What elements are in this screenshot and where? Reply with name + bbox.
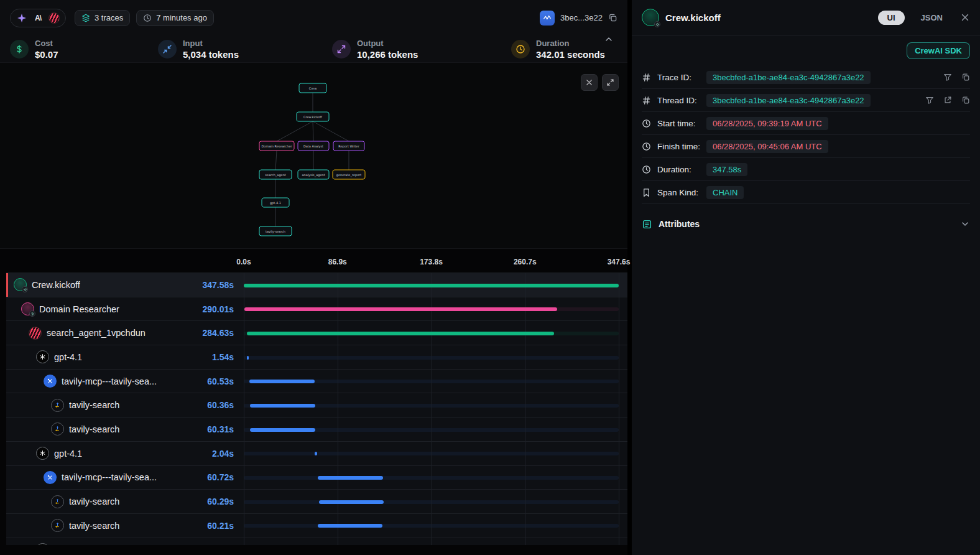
sdk-badge[interactable]: CrewAI SDK	[907, 42, 970, 59]
clock-icon	[642, 119, 651, 128]
gridline	[619, 297, 619, 321]
tools-icon	[44, 375, 57, 388]
tab-ui[interactable]: UI	[878, 11, 905, 25]
span-row[interactable]: search_agent_1vpchdun 284.63s	[6, 321, 627, 345]
span-row[interactable]: Domain Researcher 290.01s	[6, 297, 627, 322]
gridline	[338, 370, 338, 393]
duration-bar	[319, 500, 384, 504]
span-name: Domain Researcher	[39, 304, 119, 314]
time-ago-badge: 7 minutes ago	[136, 10, 214, 26]
copy-icon[interactable]	[608, 13, 617, 22]
span-row[interactable]: Crew.kickoff 347.58s	[6, 273, 627, 297]
span-name-cell: search_agent_1vpchdun 284.63s	[6, 321, 238, 345]
field-label: Duration:	[657, 165, 691, 174]
time-tick: 0.0s	[236, 258, 251, 266]
span-name: Crew.kickoff	[32, 280, 80, 290]
tavily-icon	[51, 399, 64, 412]
field-value: 3becbfed-a1be-ae84-ea3c-4942867a3e22	[706, 71, 871, 84]
span-row[interactable]: tavily-mcp---tavily-sea... 60.53s	[6, 370, 627, 394]
graph-node[interactable]: Crew.kickoff	[297, 112, 329, 121]
clock-icon	[642, 165, 651, 174]
gridline	[244, 393, 244, 417]
gridline	[432, 417, 432, 441]
duration-bar	[244, 307, 557, 311]
span-name-cell: tavily-search 60.31s	[6, 417, 238, 441]
span-duration: 284.63s	[202, 328, 238, 338]
traces-count-badge[interactable]: 3 traces	[75, 10, 130, 26]
span-details-panel: Crew.kickoff UI JSON CrewAI SDK Trace ID…	[632, 0, 980, 555]
graph-node[interactable]: tavily-search	[259, 226, 292, 236]
clock-icon	[511, 40, 530, 58]
openai-icon	[36, 447, 49, 460]
gridline	[525, 514, 525, 538]
gridline	[338, 538, 338, 545]
close-panel-icon[interactable]	[960, 12, 970, 22]
activity-button[interactable]	[540, 11, 555, 26]
span-row[interactable]: tavily-search 60.31s	[6, 417, 627, 442]
arrows-out-icon	[332, 40, 351, 58]
gridline	[338, 442, 338, 465]
duration-bar	[250, 428, 315, 432]
close-graph-button[interactable]	[581, 74, 598, 91]
gridline	[244, 538, 244, 545]
gridline	[432, 538, 432, 545]
trace-graph[interactable]: Crew Crew.kickoff Domain Researcher Data…	[244, 80, 381, 241]
field-value: CHAIN	[706, 186, 744, 199]
graph-node[interactable]: analysis_agent	[298, 170, 329, 179]
time-tick: 260.7s	[514, 258, 537, 266]
span-row[interactable]: gpt-4.1 2.04s	[6, 442, 627, 466]
graph-node[interactable]: Data Analyst	[298, 141, 329, 151]
crewai-agent-icon	[21, 302, 34, 315]
gridline	[619, 490, 619, 513]
field-label-group: Thread ID:	[642, 96, 706, 105]
field-value: 06/28/2025, 09:39:19 AM UTC	[706, 117, 828, 130]
span-row[interactable]: tavily-search 60.36s	[6, 393, 627, 417]
selected-accent	[6, 273, 8, 297]
graph-node[interactable]: Domain Researcher	[259, 141, 294, 151]
field-value: 06/28/2025, 09:45:06 AM UTC	[706, 140, 828, 153]
graph-viewport[interactable]: Crew Crew.kickoff Domain Researcher Data…	[0, 62, 627, 249]
duration-bar	[318, 524, 382, 528]
graph-node[interactable]: search_agent	[259, 170, 292, 179]
attributes-section[interactable]: Attributes	[642, 212, 970, 236]
funnel-icon[interactable]	[943, 73, 952, 82]
stat-value: 10,266 tokens	[357, 49, 418, 60]
stat-value: 342.01 seconds	[536, 49, 605, 60]
layers-icon	[81, 14, 90, 22]
copy-icon[interactable]	[961, 73, 970, 82]
external-icon[interactable]	[943, 96, 952, 105]
stat-label: Input	[183, 39, 239, 48]
span-row[interactable]: gpt-4.1 1.54s	[6, 345, 627, 370]
graph-node[interactable]: Crew	[299, 83, 326, 93]
span-duration: 1.54s	[212, 352, 238, 362]
span-name: tavily-mcp---tavily-sea...	[62, 472, 157, 482]
graph-node[interactable]: gpt-4.1	[262, 198, 289, 207]
stats-bar: Cost $0.07 Input 5,034 tokens Output 10,…	[0, 35, 627, 62]
field-label-group: Start time:	[642, 119, 706, 128]
span-name-cell: Domain Researcher 290.01s	[6, 297, 238, 321]
span-name: gpt-4.1	[54, 352, 82, 362]
span-row[interactable]: tavily-search 60.21s	[6, 514, 627, 538]
span-duration: 60.53s	[207, 376, 238, 386]
stat-duration: Duration 342.01 seconds	[511, 39, 605, 60]
stat-output: Output 10,266 tokens	[332, 39, 511, 60]
span-row[interactable]: tavily-mcp---tavily-sea... 60.72s	[6, 466, 627, 490]
collapse-chevron-icon[interactable]	[604, 34, 614, 44]
graph-node[interactable]: Report Writer	[333, 141, 364, 151]
gridline	[525, 442, 525, 465]
span-row[interactable]: tavily-search 60.29s	[6, 490, 627, 514]
gridline	[619, 321, 619, 345]
gridline	[619, 466, 619, 490]
time-tick: 86.9s	[328, 258, 347, 266]
gear-badge-icon	[22, 286, 28, 292]
graph-node[interactable]: generate_report	[333, 170, 365, 179]
funnel-icon[interactable]	[925, 96, 934, 105]
tab-json[interactable]: JSON	[921, 13, 943, 22]
field-label-group: Span Kind:	[642, 188, 706, 197]
span-name-cell: tavily-search 60.29s	[6, 490, 238, 513]
span-row[interactable]: gpt-4.1 1.36s	[6, 538, 627, 545]
copy-icon[interactable]	[961, 96, 970, 105]
field-row: Finish time: 06/28/2025, 09:45:06 AM UTC	[642, 135, 970, 158]
chevron-down-icon[interactable]	[960, 219, 970, 229]
expand-graph-button[interactable]	[602, 74, 619, 91]
